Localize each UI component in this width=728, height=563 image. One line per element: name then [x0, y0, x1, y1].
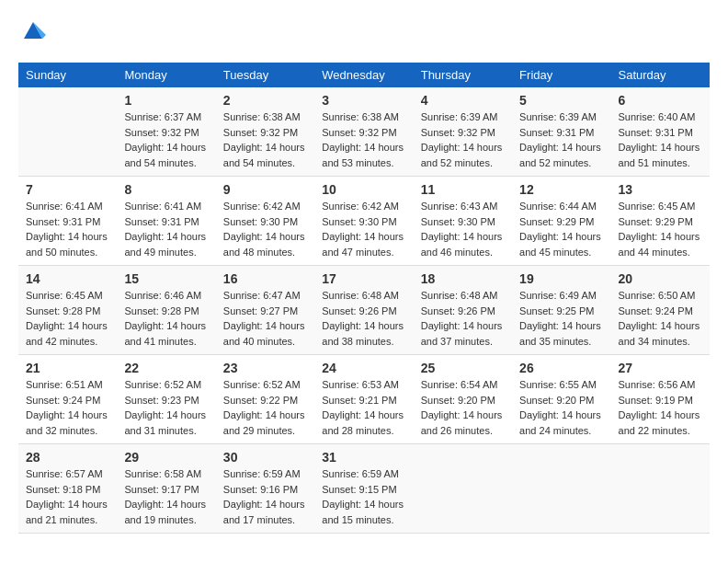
daylight-minutes-text: and 22 minutes. [619, 423, 702, 439]
week-row-4: 21Sunrise: 6:51 AMSunset: 9:24 PMDayligh… [18, 355, 710, 444]
daylight-text: Daylight: 14 hours [421, 318, 505, 334]
column-header-monday: Monday [117, 63, 215, 87]
sunrise-text: Sunrise: 6:45 AM [26, 288, 109, 304]
calendar-cell: 20Sunrise: 6:50 AMSunset: 9:24 PMDayligh… [611, 266, 710, 355]
calendar-cell: 13Sunrise: 6:45 AMSunset: 9:29 PMDayligh… [611, 177, 710, 266]
calendar-cell [414, 444, 512, 534]
calendar-cell: 22Sunrise: 6:52 AMSunset: 9:23 PMDayligh… [117, 355, 215, 444]
daylight-minutes-text: and 46 minutes. [421, 245, 505, 260]
sunrise-text: Sunrise: 6:47 AM [223, 288, 307, 304]
sunrise-text: Sunrise: 6:42 AM [223, 199, 307, 214]
calendar-cell [611, 444, 710, 534]
daylight-minutes-text: and 53 minutes. [322, 155, 405, 171]
daylight-minutes-text: and 35 minutes. [519, 334, 603, 350]
daylight-minutes-text: and 24 minutes. [519, 423, 603, 439]
calendar-cell: 29Sunrise: 6:58 AMSunset: 9:17 PMDayligh… [117, 444, 215, 534]
column-header-friday: Friday [512, 63, 610, 87]
calendar-cell: 16Sunrise: 6:47 AMSunset: 9:27 PMDayligh… [216, 266, 314, 355]
sunset-text: Sunset: 9:25 PM [519, 304, 603, 319]
day-number: 6 [619, 93, 702, 108]
day-number: 17 [322, 271, 405, 286]
daylight-minutes-text: and 47 minutes. [322, 245, 405, 260]
day-number: 19 [519, 271, 603, 286]
daylight-text: Daylight: 14 hours [619, 408, 702, 423]
week-row-3: 14Sunrise: 6:45 AMSunset: 9:28 PMDayligh… [18, 266, 710, 355]
sunset-text: Sunset: 9:31 PM [519, 125, 603, 141]
daylight-text: Daylight: 14 hours [519, 140, 603, 155]
daylight-minutes-text: and 40 minutes. [223, 334, 307, 350]
calendar-cell: 25Sunrise: 6:54 AMSunset: 9:20 PMDayligh… [414, 355, 512, 444]
daylight-text: Daylight: 14 hours [322, 140, 405, 155]
day-number: 15 [124, 271, 208, 286]
sunset-text: Sunset: 9:29 PM [619, 214, 702, 230]
sunrise-text: Sunrise: 6:38 AM [223, 109, 307, 125]
week-row-2: 7Sunrise: 6:41 AMSunset: 9:31 PMDaylight… [18, 177, 710, 266]
day-number: 28 [26, 450, 109, 465]
daylight-text: Daylight: 14 hours [26, 318, 109, 334]
sunset-text: Sunset: 9:31 PM [124, 214, 208, 230]
page-header [18, 18, 710, 48]
sunset-text: Sunset: 9:23 PM [124, 393, 208, 408]
week-row-5: 28Sunrise: 6:57 AMSunset: 9:18 PMDayligh… [18, 444, 710, 534]
calendar-cell: 11Sunrise: 6:43 AMSunset: 9:30 PMDayligh… [414, 177, 512, 266]
day-number: 27 [619, 361, 702, 375]
logo-icon [20, 18, 46, 44]
sunset-text: Sunset: 9:32 PM [223, 125, 307, 141]
sunset-text: Sunset: 9:20 PM [421, 393, 505, 408]
daylight-minutes-text: and 34 minutes. [619, 334, 702, 350]
calendar-cell: 15Sunrise: 6:46 AMSunset: 9:28 PMDayligh… [117, 266, 215, 355]
day-number: 1 [124, 93, 208, 108]
calendar-cell: 10Sunrise: 6:42 AMSunset: 9:30 PMDayligh… [314, 177, 413, 266]
sunrise-text: Sunrise: 6:41 AM [26, 199, 109, 214]
sunset-text: Sunset: 9:27 PM [223, 304, 307, 319]
daylight-text: Daylight: 14 hours [619, 229, 702, 245]
day-number: 13 [619, 182, 702, 197]
calendar-cell: 27Sunrise: 6:56 AMSunset: 9:19 PMDayligh… [611, 355, 710, 444]
daylight-minutes-text: and 49 minutes. [124, 245, 208, 260]
daylight-text: Daylight: 14 hours [421, 229, 505, 245]
sunrise-text: Sunrise: 6:40 AM [619, 109, 702, 125]
sunrise-text: Sunrise: 6:52 AM [223, 377, 307, 393]
daylight-text: Daylight: 14 hours [26, 497, 109, 512]
sunset-text: Sunset: 9:26 PM [421, 304, 505, 319]
column-header-wednesday: Wednesday [314, 63, 413, 87]
sunrise-text: Sunrise: 6:48 AM [322, 288, 405, 304]
calendar-cell: 4Sunrise: 6:39 AMSunset: 9:32 PMDaylight… [414, 87, 512, 177]
calendar-header: SundayMondayTuesdayWednesdayThursdayFrid… [18, 63, 710, 87]
sunrise-text: Sunrise: 6:54 AM [421, 377, 505, 393]
sunset-text: Sunset: 9:18 PM [26, 482, 109, 498]
daylight-minutes-text: and 54 minutes. [124, 155, 208, 171]
column-header-tuesday: Tuesday [216, 63, 314, 87]
daylight-minutes-text: and 41 minutes. [124, 334, 208, 350]
daylight-text: Daylight: 14 hours [322, 229, 405, 245]
calendar-cell: 24Sunrise: 6:53 AMSunset: 9:21 PMDayligh… [314, 355, 413, 444]
calendar-cell: 23Sunrise: 6:52 AMSunset: 9:22 PMDayligh… [216, 355, 314, 444]
calendar-cell: 26Sunrise: 6:55 AMSunset: 9:20 PMDayligh… [512, 355, 610, 444]
sunset-text: Sunset: 9:17 PM [124, 482, 208, 498]
daylight-minutes-text: and 52 minutes. [519, 155, 603, 171]
day-number: 16 [223, 271, 307, 286]
daylight-minutes-text: and 54 minutes. [223, 155, 307, 171]
daylight-text: Daylight: 14 hours [322, 408, 405, 423]
day-number: 22 [124, 361, 208, 375]
sunrise-text: Sunrise: 6:41 AM [124, 199, 208, 214]
header-row: SundayMondayTuesdayWednesdayThursdayFrid… [18, 63, 710, 87]
daylight-text: Daylight: 14 hours [124, 497, 208, 512]
day-number: 7 [26, 182, 109, 197]
daylight-minutes-text: and 26 minutes. [421, 423, 505, 439]
daylight-minutes-text: and 38 minutes. [322, 334, 405, 350]
sunset-text: Sunset: 9:20 PM [519, 393, 603, 408]
daylight-minutes-text: and 19 minutes. [124, 512, 208, 528]
daylight-text: Daylight: 14 hours [26, 408, 109, 423]
daylight-text: Daylight: 14 hours [124, 229, 208, 245]
daylight-minutes-text: and 48 minutes. [223, 245, 307, 260]
sunrise-text: Sunrise: 6:39 AM [421, 109, 505, 125]
daylight-minutes-text: and 17 minutes. [223, 512, 307, 528]
calendar-cell: 18Sunrise: 6:48 AMSunset: 9:26 PMDayligh… [414, 266, 512, 355]
daylight-minutes-text: and 28 minutes. [322, 423, 405, 439]
day-number: 31 [322, 450, 405, 465]
sunrise-text: Sunrise: 6:51 AM [26, 377, 109, 393]
daylight-text: Daylight: 14 hours [124, 140, 208, 155]
daylight-text: Daylight: 14 hours [223, 497, 307, 512]
sunrise-text: Sunrise: 6:44 AM [519, 199, 603, 214]
